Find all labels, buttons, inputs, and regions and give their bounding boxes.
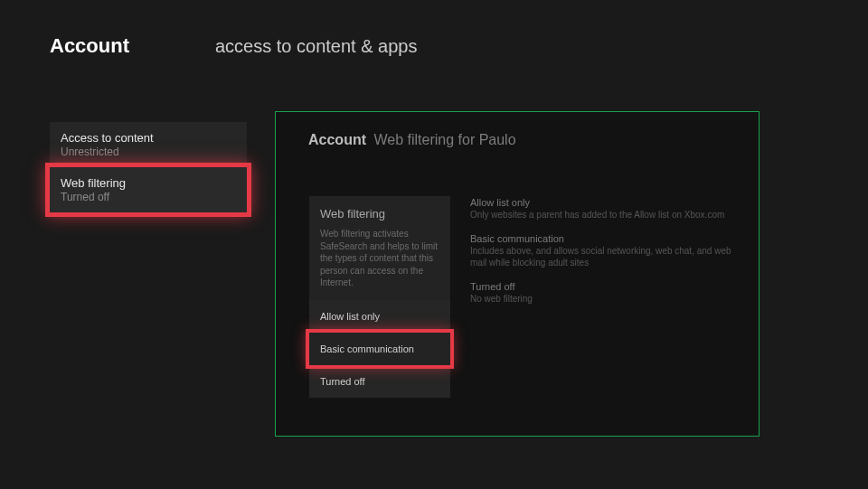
desc-title: Basic communication [470,233,741,244]
option-basic-communication[interactable]: Basic communication [309,333,450,365]
option-allow-list-only[interactable]: Allow list only [309,300,450,333]
intro-desc: Web filtering activates SafeSearch and h… [320,228,439,289]
sidebar-item-access-to-content[interactable]: Access to content Unrestricted [50,122,247,167]
web-filtering-intro: Web filtering Web filtering activates Sa… [309,196,450,302]
page-header: Account access to content & apps [0,0,868,58]
option-turned-off[interactable]: Turned off [309,365,450,398]
option-label: Basic communication [320,343,414,354]
detail-header: Account Web filtering for Paulo [276,112,759,148]
desc-title: Allow list only [470,197,741,208]
detail-panel: Account Web filtering for Paulo Web filt… [275,111,760,437]
sidebar-item-value: Turned off [61,191,236,203]
desc-title: Turned off [470,281,741,292]
detail-header-title: Account [308,132,366,147]
option-label: Allow list only [320,311,380,322]
detail-header-sub: Web filtering for Paulo [373,132,515,147]
sidebar: Access to content Unrestricted Web filte… [50,122,247,212]
desc-body: No web filtering [470,293,741,305]
sidebar-item-label: Access to content [61,131,236,145]
desc-body: Only websites a parent has added to the … [470,209,741,221]
option-descriptions: Allow list only Only websites a parent h… [470,197,741,317]
intro-title: Web filtering [320,207,439,221]
option-label: Turned off [320,376,365,387]
sidebar-item-value: Unrestricted [61,146,236,158]
page-title: Account [50,34,129,58]
desc-turned-off: Turned off No web filtering [470,281,741,305]
desc-basic-communication: Basic communication Includes above, and … [470,233,741,268]
page-subtitle: access to content & apps [215,36,417,57]
sidebar-item-web-filtering[interactable]: Web filtering Turned off [50,167,247,212]
desc-body: Includes above, and allows social networ… [470,245,741,268]
sidebar-item-label: Web filtering [61,176,236,190]
options-list: Allow list only Basic communication Turn… [309,300,450,398]
desc-allow-list-only: Allow list only Only websites a parent h… [470,197,741,221]
